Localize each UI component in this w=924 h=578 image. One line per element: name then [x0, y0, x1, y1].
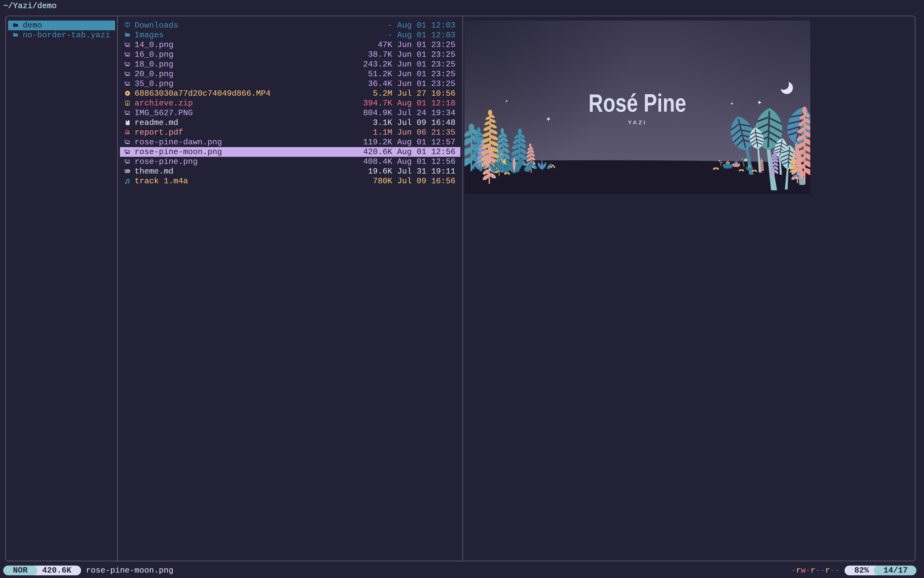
svg-text:PDF: PDF	[126, 133, 129, 134]
svg-text:Rosé Pine: Rosé Pine	[589, 89, 686, 117]
svg-text:YAZI: YAZI	[628, 119, 647, 125]
